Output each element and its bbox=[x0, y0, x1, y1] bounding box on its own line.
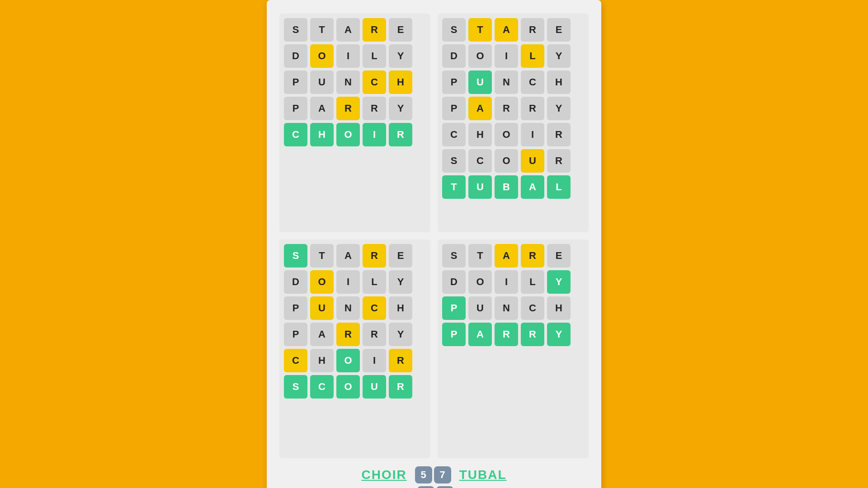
cell-1-0: D bbox=[284, 270, 307, 294]
cell-2-2: N bbox=[336, 70, 360, 94]
cell-3-1: A bbox=[310, 97, 334, 120]
cell-2-2: N bbox=[336, 296, 360, 320]
cell-2-4: H bbox=[389, 70, 412, 94]
cell-1-4: Y bbox=[547, 270, 571, 294]
grid-bottom-left: STAREDOILYPUNCHPARRYCHOIRSCOUR bbox=[279, 239, 430, 458]
cell-0-2: A bbox=[336, 18, 360, 42]
cell-0-1: T bbox=[310, 244, 334, 267]
footer: CHOIR 5 7 TUBAL SCOUR 6 4 PARRY bbox=[279, 466, 589, 488]
cell-4-1: H bbox=[310, 123, 334, 146]
cell-2-4: H bbox=[547, 70, 571, 94]
cell-1-2: I bbox=[495, 44, 518, 68]
cell-0-3: R bbox=[363, 244, 386, 267]
cell-0-0: S bbox=[284, 18, 307, 42]
grid-row-0: STARE bbox=[284, 244, 426, 267]
score-badges-2: 6 4 bbox=[417, 486, 453, 488]
bottom-grids-row: STAREDOILYPUNCHPARRYCHOIRSCOUR STAREDOIL… bbox=[279, 239, 589, 458]
cell-2-0: P bbox=[442, 296, 466, 320]
cell-4-2: O bbox=[336, 123, 360, 146]
empty-row-6 bbox=[442, 401, 584, 425]
cell-0-2: A bbox=[495, 18, 518, 42]
cell-1-2: I bbox=[336, 44, 360, 68]
cell-0-2: A bbox=[495, 244, 518, 267]
cell-5-0: S bbox=[284, 375, 307, 399]
grid-row-2: PUNCH bbox=[284, 70, 426, 94]
score-badge-7: 7 bbox=[434, 466, 451, 483]
cell-3-4: Y bbox=[389, 323, 412, 346]
cell-3-3: R bbox=[521, 97, 544, 120]
cell-2-2: N bbox=[495, 70, 518, 94]
cell-3-4: Y bbox=[389, 97, 412, 120]
cell-0-4: E bbox=[547, 244, 571, 267]
grid-row-5: SCOUR bbox=[442, 149, 584, 173]
empty-row-7 bbox=[284, 202, 426, 225]
cell-3-0: P bbox=[284, 97, 307, 120]
grid-row-2: PUNCH bbox=[442, 70, 584, 94]
cell-5-0: S bbox=[442, 149, 466, 173]
cell-6-3: A bbox=[521, 175, 544, 199]
grid-row-1: DOILY bbox=[284, 270, 426, 294]
cell-1-4: Y bbox=[389, 270, 412, 294]
cell-1-3: L bbox=[521, 44, 544, 68]
cell-0-0: S bbox=[442, 244, 466, 267]
cell-0-3: R bbox=[521, 18, 544, 42]
empty-row-7 bbox=[442, 427, 584, 451]
cell-0-1: T bbox=[468, 244, 492, 267]
cell-4-4: R bbox=[547, 123, 571, 146]
grid-top-right: STAREDOILYPUNCHPARRYCHOIRSCOURTUBAL bbox=[438, 14, 589, 232]
cell-4-3: I bbox=[521, 123, 544, 146]
grid-row-5: SCOUR bbox=[284, 375, 426, 399]
cell-1-0: D bbox=[442, 270, 466, 294]
grid-bottom-right: STAREDOILYPUNCHPARRY bbox=[438, 239, 589, 458]
grid-row-3: PARRY bbox=[442, 97, 584, 120]
cell-2-0: P bbox=[284, 296, 307, 320]
cell-4-1: H bbox=[310, 349, 334, 372]
cell-4-1: H bbox=[468, 123, 492, 146]
footer-word-tubal: TUBAL bbox=[459, 468, 507, 482]
cell-0-4: E bbox=[389, 244, 412, 267]
score-badges-1: 5 7 bbox=[415, 466, 451, 483]
cell-2-4: H bbox=[547, 296, 571, 320]
cell-1-4: Y bbox=[389, 44, 412, 68]
cell-1-0: D bbox=[442, 44, 466, 68]
grid-row-4: CHOIR bbox=[442, 123, 584, 146]
cell-3-2: R bbox=[336, 323, 360, 346]
empty-row-6 bbox=[284, 401, 426, 425]
main-container: STAREDOILYPUNCHPARRYCHOIR STAREDOILYPUNC… bbox=[267, 0, 601, 488]
cell-4-2: O bbox=[495, 123, 518, 146]
cell-3-1: A bbox=[468, 97, 492, 120]
cell-2-3: C bbox=[363, 296, 386, 320]
footer-row-2: SCOUR 6 4 PARRY bbox=[359, 486, 509, 488]
cell-0-3: R bbox=[521, 244, 544, 267]
grid-row-3: PARRY bbox=[284, 323, 426, 346]
cell-3-4: Y bbox=[547, 323, 571, 346]
cell-5-4: R bbox=[389, 375, 412, 399]
cell-4-2: O bbox=[336, 349, 360, 372]
cell-1-2: I bbox=[495, 270, 518, 294]
cell-3-2: R bbox=[336, 97, 360, 120]
cell-0-4: E bbox=[547, 18, 571, 42]
grid-row-2: PUNCH bbox=[284, 296, 426, 320]
cell-3-1: A bbox=[310, 323, 334, 346]
cell-5-1: C bbox=[310, 375, 334, 399]
top-grids-row: STAREDOILYPUNCHPARRYCHOIR STAREDOILYPUNC… bbox=[279, 14, 589, 232]
cell-0-3: R bbox=[363, 18, 386, 42]
cell-3-3: R bbox=[363, 323, 386, 346]
cell-3-4: Y bbox=[547, 97, 571, 120]
empty-row-5 bbox=[284, 149, 426, 173]
grid-row-0: STARE bbox=[442, 244, 584, 267]
empty-row-7 bbox=[442, 202, 584, 225]
cell-6-0: T bbox=[442, 175, 466, 199]
grid-row-3: PARRY bbox=[284, 97, 426, 120]
footer-row-1: CHOIR 5 7 TUBAL bbox=[361, 466, 506, 483]
cell-2-3: C bbox=[363, 70, 386, 94]
cell-0-0: S bbox=[284, 244, 307, 267]
score-badge-4: 4 bbox=[436, 486, 453, 488]
empty-row-5 bbox=[442, 375, 584, 399]
cell-3-0: P bbox=[442, 97, 466, 120]
cell-1-1: O bbox=[310, 44, 334, 68]
cell-3-1: A bbox=[468, 323, 492, 346]
cell-0-1: T bbox=[468, 18, 492, 42]
cell-6-2: B bbox=[495, 175, 518, 199]
cell-4-0: C bbox=[284, 123, 307, 146]
